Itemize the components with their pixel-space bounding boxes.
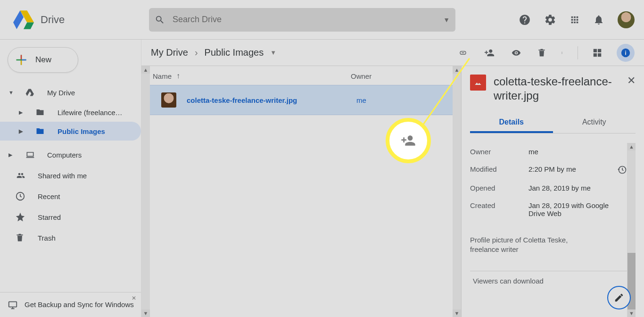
viewers-can-download: Viewers can download — [470, 271, 627, 288]
breadcrumb-root[interactable]: My Drive — [151, 47, 188, 58]
nav-label: Recent — [38, 192, 60, 200]
meta-created-label: Created — [470, 201, 528, 217]
chevron-right-icon: ▶ — [19, 109, 24, 116]
nav-label: Starred — [38, 213, 61, 221]
nav-folder-public-images[interactable]: ▶ Public Images — [0, 122, 141, 141]
meta-opened-label: Opened — [470, 184, 528, 192]
settings-icon[interactable] — [544, 14, 556, 26]
notifications-icon[interactable] — [593, 14, 604, 25]
trash-icon — [15, 233, 26, 243]
promo-label: Get Backup and Sync for Windows — [25, 300, 134, 310]
nav-label: Public Images — [58, 127, 105, 135]
details-panel: coletta-teske-freelance-writer.jpg ✕ Det… — [461, 66, 644, 317]
history-icon[interactable] — [618, 165, 627, 175]
link-icon[interactable] — [457, 49, 469, 57]
search-icon[interactable] — [155, 15, 165, 25]
meta-owner-value: me — [528, 148, 627, 156]
nav-label: Computers — [47, 151, 82, 159]
folder-icon — [35, 108, 46, 117]
nav-my-drive[interactable]: ▼ My Drive — [0, 82, 141, 103]
preview-icon[interactable] — [510, 48, 523, 58]
people-icon — [15, 171, 26, 180]
more-icon[interactable] — [561, 47, 563, 58]
nav-folder-lifewire[interactable]: ▶ Lifewire (freelance… — [0, 103, 141, 122]
folder-icon — [35, 127, 46, 135]
view-grid-icon[interactable] — [592, 48, 603, 58]
search-input[interactable] — [173, 15, 436, 25]
nav-trash[interactable]: Trash — [0, 227, 141, 248]
edit-description-button[interactable] — [607, 286, 631, 309]
svg-point-4 — [562, 53, 562, 54]
file-name: coletta-teske-freelance-writer.jpg — [187, 96, 356, 104]
meta-owner-label: Owner — [470, 148, 528, 156]
nav-label: Shared with me — [38, 172, 87, 180]
nav-recent[interactable]: Recent — [0, 186, 141, 207]
breadcrumb-current[interactable]: Public Images — [205, 47, 264, 58]
nav-starred[interactable]: Starred — [0, 207, 141, 227]
new-button-label: New — [35, 55, 51, 65]
svg-rect-1 — [9, 302, 17, 307]
breadcrumb: My Drive › Public Images ▼ — [151, 47, 276, 58]
meta-opened-value: Jan 28, 2019 by me — [528, 184, 627, 192]
close-icon[interactable]: ✕ — [627, 75, 636, 103]
nav-label: Trash — [38, 234, 56, 242]
nav-shared[interactable]: Shared with me — [0, 165, 141, 186]
meta-modified-label: Modified — [470, 165, 528, 175]
separator — [578, 46, 578, 59]
file-list: Name ↑ Owner coletta-teske-freelance-wri… — [150, 66, 453, 317]
file-thumbnail — [161, 92, 176, 108]
drive-logo-icon — [13, 10, 34, 29]
search-options-icon[interactable]: ▼ — [443, 16, 450, 24]
sidebar: New ▼ My Drive ▶ Lifewire (freelance… ▶ … — [0, 40, 141, 317]
image-type-icon — [470, 75, 486, 91]
chevron-right-icon: › — [195, 47, 198, 58]
chevron-down-icon[interactable]: ▼ — [270, 49, 276, 56]
svg-point-3 — [562, 52, 562, 53]
new-button[interactable]: New — [8, 47, 78, 73]
svg-point-2 — [562, 51, 562, 52]
apps-icon[interactable] — [570, 15, 580, 25]
computers-icon — [25, 150, 36, 159]
callout-circle — [386, 118, 431, 163]
app-header: Drive ▼ — [0, 0, 644, 40]
meta-modified-value: 2:20 PM by me — [528, 165, 615, 175]
file-owner: me — [356, 96, 366, 104]
chevron-down-icon: ▼ — [8, 90, 13, 95]
clock-icon — [15, 191, 26, 201]
person-add-icon[interactable] — [483, 48, 495, 58]
backup-sync-promo[interactable]: ✕ Get Backup and Sync for Windows — [0, 292, 141, 317]
meta-created-value: Jan 28, 2019 with Google Drive Web — [528, 201, 627, 217]
tab-details[interactable]: Details — [470, 113, 553, 133]
help-icon[interactable] — [519, 14, 531, 26]
logo-section[interactable]: Drive — [8, 10, 149, 29]
sort-arrow-up-icon[interactable]: ↑ — [176, 72, 180, 80]
details-description: Profile picture of Coletta Teske, freela… — [470, 235, 627, 255]
person-add-icon — [399, 133, 418, 148]
nav-computers[interactable]: ▶ Computers — [0, 144, 141, 165]
monitor-icon — [7, 300, 18, 310]
tab-activity[interactable]: Activity — [553, 113, 636, 133]
account-avatar[interactable] — [618, 11, 635, 28]
chevron-right-icon: ▶ — [8, 152, 13, 158]
column-owner[interactable]: Owner — [351, 72, 372, 80]
close-icon[interactable]: ✕ — [132, 294, 136, 302]
product-name: Drive — [41, 14, 65, 26]
left-scrollbar[interactable]: ▲▼ — [141, 66, 150, 317]
info-button[interactable] — [617, 44, 635, 62]
nav-label: My Drive — [47, 89, 75, 97]
center-scrollbar[interactable]: ▲▼ — [453, 66, 461, 317]
search-bar[interactable]: ▼ — [149, 8, 455, 32]
delete-icon[interactable] — [537, 47, 546, 58]
star-icon — [15, 212, 26, 222]
nav-label: Lifewire (freelance… — [58, 108, 123, 117]
drive-icon — [25, 88, 36, 97]
file-row[interactable]: coletta-teske-freelance-writer.jpg me — [150, 85, 453, 115]
details-title: coletta-teske-freelance-writer.jpg — [494, 75, 619, 103]
plus-icon — [15, 53, 28, 67]
chevron-right-icon: ▶ — [19, 128, 24, 134]
toolbar: My Drive › Public Images ▼ — [141, 40, 644, 66]
list-header: Name ↑ Owner — [150, 66, 453, 85]
column-name[interactable]: Name — [153, 72, 172, 80]
